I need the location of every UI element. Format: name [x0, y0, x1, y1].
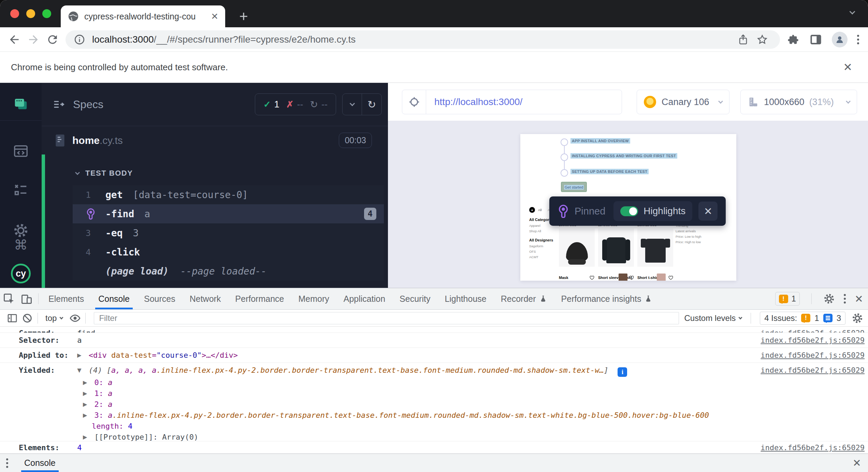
expand-caret-icon[interactable]: ▶	[77, 352, 81, 358]
tab-memory[interactable]: Memory	[291, 288, 336, 309]
bookmark-star-icon[interactable]	[753, 30, 772, 49]
address-bar[interactable]: localhost:3000 /__/#/specs/runner?file=c…	[66, 30, 780, 49]
aut-url[interactable]: http://localhost:3000/	[426, 97, 522, 107]
viewport-select[interactable]: 1000x660 (31%)	[740, 90, 857, 114]
sort-link[interactable]: Price: Low to high	[676, 235, 701, 238]
array-item-row[interactable]: ▶ 1: a	[19, 389, 776, 400]
category-link[interactable]: Apparel	[529, 224, 540, 227]
highlights-toggle[interactable]	[620, 206, 638, 216]
command-row-eq[interactable]: 3 -eq 3	[73, 223, 384, 242]
test-body-header[interactable]: TEST BODY	[45, 154, 388, 183]
settings-gear-icon[interactable]	[13, 223, 29, 238]
devtools-menu-icon[interactable]	[844, 294, 846, 304]
tab-sources[interactable]: Sources	[137, 288, 183, 309]
banner-close-icon[interactable]: ✕	[843, 61, 852, 74]
console-row-applied-to[interactable]: Applied to: ▶ <div data-test="course-0">…	[0, 348, 868, 363]
course-section-link[interactable]: SETTING UP DATA BEFORE EACH TEST	[570, 169, 649, 174]
source-link[interactable]: index.fd56be2f.js:65029	[761, 366, 865, 374]
command-row-find-pinned[interactable]: -find a 4	[73, 204, 384, 223]
tab-recorder[interactable]: Recorder	[494, 288, 554, 309]
keyboard-shortcuts-icon[interactable]: ⌘	[14, 237, 28, 253]
spec-file-row[interactable]: home .cy.ts 00:03	[42, 126, 388, 154]
runs-browser-icon[interactable]	[13, 143, 29, 159]
expand-caret-icon[interactable]: ▶	[83, 434, 87, 440]
rerun-button[interactable]: ↻	[362, 94, 381, 115]
extensions-puzzle-icon[interactable]	[787, 33, 800, 46]
tab-console[interactable]: Console	[91, 288, 137, 309]
drawer-menu-icon[interactable]	[6, 458, 8, 468]
store-nav-all[interactable]: All	[538, 208, 542, 212]
tab-performance-insights[interactable]: Performance insights	[554, 288, 660, 309]
console-filter-input[interactable]	[94, 312, 679, 324]
browser-select[interactable]: Canary 106	[637, 90, 729, 114]
unpin-close-button[interactable]: ✕	[698, 202, 718, 221]
issues-button[interactable]: 4 Issues: ! 1 3	[760, 312, 845, 325]
collapse-caret-icon[interactable]: ▼	[77, 367, 81, 373]
forward-button[interactable]	[24, 30, 43, 49]
issues-counter-button[interactable]: ! 1	[775, 292, 800, 306]
minimize-window-button[interactable]	[26, 9, 35, 18]
expand-caret-icon[interactable]: ▶	[83, 401, 87, 408]
selector-playground-icon[interactable]	[402, 90, 426, 114]
designer-link[interactable]: Sageform	[529, 244, 543, 248]
tab-close-icon[interactable]: ✕	[211, 12, 218, 21]
specs-menu-icon[interactable]	[52, 98, 66, 111]
live-expression-eye-icon[interactable]	[68, 310, 83, 326]
array-item-row[interactable]: ▶ 3: a.inline-flex.px-4.py-2.border.bord…	[19, 411, 776, 422]
tab-application[interactable]: Application	[336, 288, 392, 309]
product-image-black-hat[interactable]	[559, 228, 595, 267]
devtools-settings-gear-icon[interactable]	[823, 293, 835, 305]
heart-icon[interactable]	[668, 276, 673, 280]
side-panel-icon[interactable]	[809, 33, 822, 46]
info-icon[interactable]	[74, 34, 85, 45]
tab-performance[interactable]: Performance	[228, 288, 291, 309]
tab-lighthouse[interactable]: Lighthouse	[437, 288, 493, 309]
get-started-button[interactable]: Get started	[561, 182, 587, 192]
product-image-tshirt[interactable]	[637, 228, 673, 267]
info-badge-icon[interactable]: i	[618, 367, 627, 377]
share-icon[interactable]	[734, 30, 753, 49]
clear-console-icon[interactable]	[20, 310, 35, 326]
device-toolbar-icon[interactable]	[18, 288, 35, 309]
profile-avatar[interactable]	[832, 32, 848, 47]
sort-link[interactable]: Latest arrivals	[676, 229, 696, 233]
course-section-link[interactable]: APP INSTALL AND OVERVIEW	[570, 138, 630, 144]
close-window-button[interactable]	[10, 9, 19, 18]
inspect-element-icon[interactable]	[0, 288, 18, 309]
console-row-yielded[interactable]: Yielded: ▼ (4) [a, a, a, a.inline-flex.p…	[0, 363, 868, 441]
command-row-page-load[interactable]: (page load) --page loaded--	[73, 262, 384, 281]
devtools-close-icon[interactable]: ✕	[855, 293, 863, 305]
tab-search-chevron-icon[interactable]	[850, 9, 860, 19]
collapse-chevron-button[interactable]	[343, 94, 362, 115]
specs-explorer-icon[interactable]	[13, 96, 29, 112]
maximize-window-button[interactable]	[42, 9, 51, 18]
source-link[interactable]: index.fd56be2f.js:65029	[761, 336, 865, 344]
console-row-elements[interactable]: Elements: 4 index.fd56be2f.js:65029	[0, 441, 868, 454]
drawer-close-icon[interactable]: ✕	[853, 457, 861, 469]
product-title[interactable]: Short t-shirt	[637, 276, 659, 280]
sort-link[interactable]: Price: High to low	[676, 240, 701, 244]
browser-tab[interactable]: cypress-realworld-testing-cou ✕	[61, 5, 225, 27]
source-link[interactable]: index.fd56be2f.js:65029	[761, 443, 865, 452]
category-link[interactable]: Shop All	[529, 229, 541, 233]
expand-caret-icon[interactable]: ▶	[83, 379, 87, 386]
expand-caret-icon[interactable]: ▶	[83, 412, 87, 418]
console-row-selector[interactable]: Selector: a index.fd56be2f.js:65029	[0, 333, 868, 348]
reload-button[interactable]	[43, 30, 62, 49]
log-levels-select[interactable]: Custom levels	[684, 313, 742, 323]
source-link[interactable]: index.fd56be2f.js:65029	[761, 329, 865, 333]
test-list-icon[interactable]	[13, 182, 29, 198]
javascript-context-select[interactable]: top	[41, 313, 68, 323]
designer-link[interactable]: OFS	[529, 250, 536, 253]
source-link[interactable]: index.fd56be2f.js:65029	[761, 351, 865, 359]
new-tab-button[interactable]	[235, 8, 252, 25]
heart-icon[interactable]	[590, 276, 594, 280]
product-title[interactable]: Mask	[559, 276, 568, 280]
console-settings-gear-icon[interactable]	[852, 312, 863, 324]
drawer-tab-console[interactable]: Console	[17, 454, 63, 472]
array-item-row[interactable]: ▶ 0: a	[19, 378, 776, 389]
tab-elements[interactable]: Elements	[41, 288, 91, 309]
tab-network[interactable]: Network	[183, 288, 228, 309]
tab-security[interactable]: Security	[392, 288, 437, 309]
browser-menu-icon[interactable]	[857, 35, 859, 44]
